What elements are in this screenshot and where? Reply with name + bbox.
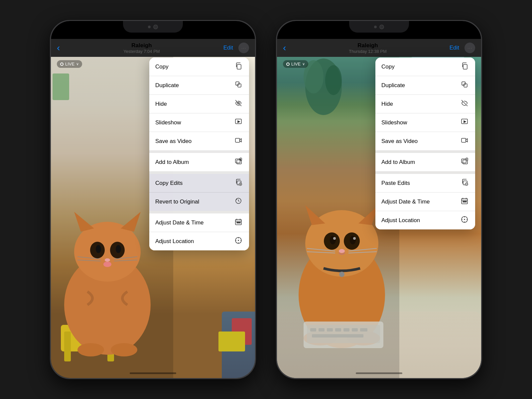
svg-point-10 — [116, 245, 121, 253]
back-button-1[interactable]: ‹ — [57, 43, 60, 53]
menu-item-hide-label-2: Hide — [381, 101, 393, 107]
edit-button-1[interactable]: Edit — [223, 45, 233, 51]
notch-sensor-1 — [148, 26, 151, 28]
savevideo-icon-1 — [234, 137, 243, 146]
menu-item-savevideo-2[interactable]: Save as Video — [375, 132, 475, 150]
menu-item-addtoalbum-1[interactable]: Add to Album — [149, 153, 249, 171]
copyedits-icon-1 — [234, 179, 243, 188]
back-button-2[interactable]: ‹ — [283, 43, 286, 53]
svg-rect-88 — [463, 33, 469, 35]
menu-item-hide-label-1: Hide — [155, 101, 167, 107]
battery-icon-1 — [236, 31, 246, 37]
svg-rect-80 — [327, 328, 333, 332]
svg-point-68 — [339, 249, 345, 253]
nav-bar-1: ‹ Raleigh Yesterday 7:04 PM Edit ··· — [51, 39, 255, 57]
menu-divider-1a — [149, 150, 249, 153]
pasteedits-icon-2 — [460, 179, 469, 188]
savevideo-icon-2 — [460, 137, 469, 146]
svg-point-11 — [105, 258, 110, 262]
menu-item-adjustdate-1[interactable]: Adjust Date & Time — [149, 213, 249, 232]
svg-point-9 — [96, 245, 101, 253]
svg-rect-109 — [463, 201, 464, 202]
wifi-icon-2 — [455, 31, 461, 37]
more-button-2[interactable]: ··· — [465, 43, 475, 53]
svg-rect-85 — [312, 334, 363, 337]
nav-title-group-2: Raleigh Thursday 12:38 PM — [349, 42, 386, 54]
menu-item-hide-1[interactable]: Hide — [149, 95, 249, 113]
nav-actions-1: Edit ··· — [223, 43, 249, 53]
copy-icon-1 — [234, 62, 243, 71]
menu-item-addtoalbum-label-2: Add to Album — [381, 159, 415, 166]
svg-rect-24 — [238, 84, 241, 87]
svg-point-86 — [457, 35, 458, 36]
more-button-1[interactable]: ··· — [238, 43, 249, 53]
addtoalbum-icon-1 — [234, 158, 243, 167]
svg-rect-22 — [237, 65, 241, 69]
menu-item-hide-2[interactable]: Hide — [375, 95, 475, 113]
menu-item-adjustdate-2[interactable]: Adjust Date & Time — [375, 193, 475, 211]
menu-group-2-3: Paste Edits Adjust Date & Time — [375, 174, 475, 229]
menu-group-2-2: Add to Album — [375, 153, 475, 171]
menu-item-adjustloc-2[interactable]: Adjust Location — [375, 211, 475, 229]
svg-rect-96 — [462, 138, 466, 142]
svg-rect-77 — [307, 325, 380, 343]
hide-icon-1 — [234, 99, 243, 108]
menu-item-slideshow-label-1: Slideshow — [155, 119, 181, 126]
adjustdate-icon-1 — [234, 218, 243, 227]
menu-item-addtoalbum-2[interactable]: Add to Album — [375, 153, 475, 171]
menu-item-adjustloc-label-1: Adjust Location — [155, 238, 194, 245]
live-badge-2[interactable]: LIVE ∨ — [283, 60, 308, 68]
svg-point-19 — [231, 35, 232, 36]
menu-group-2-1: Copy Duplicate — [375, 58, 475, 150]
svg-rect-1 — [64, 332, 71, 361]
menu-item-adjustdate-label-1: Adjust Date & Time — [155, 219, 204, 226]
adjustloc-icon-1 — [234, 237, 243, 246]
svg-point-17 — [111, 343, 137, 356]
menu-item-copyedits-1[interactable]: Copy Edits — [149, 174, 249, 193]
live-dot-1 — [60, 63, 64, 66]
menu-divider-1b — [149, 171, 249, 174]
svg-point-65 — [350, 236, 356, 244]
menu-item-copy-1[interactable]: Copy — [149, 58, 249, 76]
menu-item-copy-2[interactable]: Copy — [375, 58, 475, 76]
notch-camera-2 — [379, 25, 384, 29]
menu-item-slideshow-label-2: Slideshow — [381, 119, 407, 126]
menu-item-revert-1[interactable]: Revert to Original — [149, 193, 249, 211]
phone-2: 7:00 SOS — [276, 20, 482, 379]
svg-rect-83 — [352, 328, 358, 332]
live-badge-1[interactable]: LIVE ∨ — [57, 60, 82, 68]
status-icons-1: SOS — [218, 31, 246, 37]
phone-1: 7:00 SOS — [50, 20, 256, 379]
svg-rect-23 — [236, 82, 239, 85]
svg-point-67 — [353, 237, 356, 240]
svg-rect-81 — [335, 328, 341, 332]
menu-item-slideshow-1[interactable]: Slideshow — [149, 113, 249, 132]
svg-marker-5 — [74, 212, 94, 232]
hide-icon-2 — [460, 99, 469, 108]
menu-item-revert-label-1: Revert to Original — [155, 199, 199, 205]
live-chevron-1: ∨ — [76, 62, 79, 66]
yellow-item — [218, 332, 245, 351]
menu-item-duplicate-1[interactable]: Duplicate — [149, 76, 249, 95]
notch-1 — [123, 21, 183, 33]
home-indicator-1 — [130, 372, 176, 374]
svg-rect-84 — [360, 328, 367, 332]
svg-rect-79 — [319, 328, 325, 332]
battery-icon-2 — [463, 31, 472, 37]
edit-button-2[interactable]: Edit — [450, 45, 459, 51]
svg-point-66 — [333, 237, 336, 240]
svg-rect-91 — [464, 84, 467, 87]
menu-item-adjustdate-label-2: Adjust Date & Time — [381, 199, 430, 205]
menu-item-slideshow-2[interactable]: Slideshow — [375, 113, 475, 132]
menu-item-duplicate-2[interactable]: Duplicate — [375, 76, 475, 95]
svg-rect-48 — [239, 222, 240, 223]
menu-item-adjustloc-1[interactable]: Adjust Location — [149, 232, 249, 250]
notch-2 — [349, 21, 409, 33]
menu-item-savevideo-1[interactable]: Save as Video — [149, 132, 249, 150]
menu-item-pasteedits-2[interactable]: Paste Edits — [375, 174, 475, 193]
slideshow-icon-1 — [234, 118, 243, 127]
nav-actions-2: Edit ··· — [450, 43, 475, 53]
menu-item-savevideo-label-1: Save as Video — [155, 138, 192, 145]
svg-rect-21 — [237, 33, 243, 35]
phone-frame-2: 7:00 SOS — [276, 20, 482, 379]
